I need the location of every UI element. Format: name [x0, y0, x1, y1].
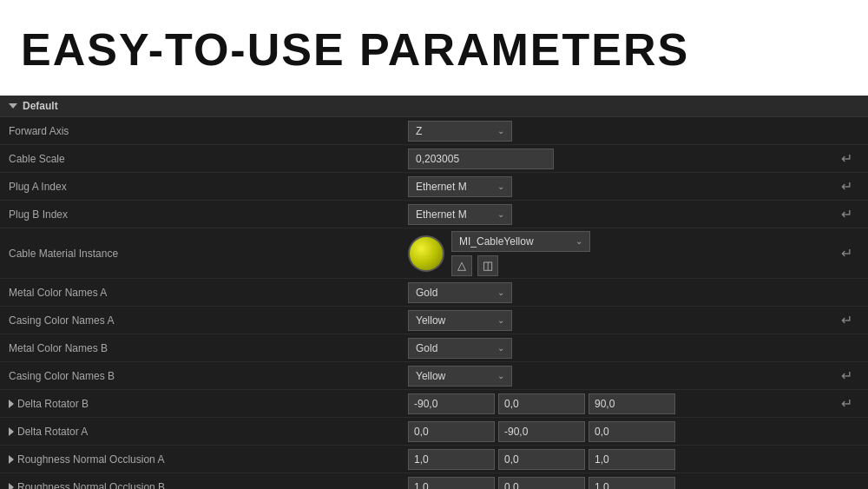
reset-btn-casing-color-names-b[interactable]: ↵	[834, 367, 859, 384]
dropdown-cable-material-instance[interactable]: MI_CableYellow ⌄	[451, 231, 590, 252]
prop-label-metal-color-names-a: Metal Color Names A	[9, 283, 408, 302]
dropdown-casing-color-names-b[interactable]: Yellow ⌄	[408, 366, 512, 387]
prop-row-roughness-normal-occlusion-a: Roughness Normal Occlusion A	[0, 446, 868, 473]
prop-row-delta-rotator-a: Delta Rotator A	[0, 418, 868, 446]
dropdown-arrow-cable-material-instance: ⌄	[575, 236, 582, 246]
prop-label-cable-material-instance: Cable Material Instance	[9, 244, 408, 263]
input-cable-scale[interactable]	[408, 149, 554, 169]
num-input-roughness-normal-occlusion-b-0[interactable]	[408, 477, 495, 490]
prop-row-delta-rotator-b: Delta Rotator B ↵	[0, 390, 868, 418]
expand-icon-roughness-normal-occlusion-a[interactable]	[9, 455, 14, 464]
dropdown-plug-a-index[interactable]: Ethernet M ⌄	[408, 176, 512, 197]
dropdown-casing-color-names-a[interactable]: Yellow ⌄	[408, 310, 512, 331]
num-input-delta-rotator-b-0[interactable]	[408, 393, 495, 414]
prop-row-forward-axis: Forward Axis Z ⌄	[0, 117, 868, 145]
prop-label-casing-color-names-b: Casing Color Names B	[9, 367, 408, 386]
material-ball-cable-material-instance	[408, 235, 444, 272]
dropdown-arrow-plug-b-index: ⌄	[497, 209, 504, 219]
num-input-roughness-normal-occlusion-b-1[interactable]	[498, 477, 585, 490]
section-header: Default	[0, 96, 868, 117]
reset-btn-cable-scale[interactable]: ↵	[834, 150, 859, 167]
dropdown-plug-b-index[interactable]: Ethernet M ⌄	[408, 204, 512, 225]
prop-row-casing-color-names-b: Casing Color Names B Yellow ⌄ ↵	[0, 362, 868, 390]
reset-btn-plug-b-index[interactable]: ↵	[834, 206, 859, 222]
dropdown-arrow-casing-color-names-a: ⌄	[497, 315, 504, 325]
dropdown-metal-color-names-a[interactable]: Gold ⌄	[408, 282, 512, 303]
triple-roughness-normal-occlusion-b	[408, 477, 675, 490]
dropdown-metal-color-names-b[interactable]: Gold ⌄	[408, 338, 512, 359]
dropdown-arrow-metal-color-names-a: ⌄	[497, 287, 504, 297]
dropdown-arrow-metal-color-names-b: ⌄	[497, 343, 504, 353]
num-input-roughness-normal-occlusion-a-0[interactable]	[408, 449, 495, 470]
triple-delta-rotator-b	[408, 393, 675, 414]
prop-row-metal-color-names-b: Metal Color Names B Gold ⌄	[0, 334, 868, 362]
prop-row-metal-color-names-a: Metal Color Names A Gold ⌄	[0, 279, 868, 307]
dropdown-forward-axis[interactable]: Z ⌄	[408, 121, 512, 142]
prop-label-delta-rotator-b: Delta Rotator B	[9, 394, 408, 413]
prop-label-plug-b-index: Plug B Index	[9, 205, 408, 224]
dropdown-value-plug-a-index: Ethernet M	[416, 181, 467, 193]
prop-label-roughness-normal-occlusion-b: Roughness Normal Occlusion B	[9, 478, 408, 490]
dropdown-arrow-forward-axis: ⌄	[497, 126, 504, 135]
triple-delta-rotator-a	[408, 421, 675, 442]
prop-label-plug-a-index: Plug A Index	[9, 177, 408, 196]
prop-row-cable-material-instance: Cable Material Instance MI_CableYellow ⌄…	[0, 228, 868, 279]
prop-row-plug-b-index: Plug B Index Ethernet M ⌄ ↵	[0, 201, 868, 228]
num-input-roughness-normal-occlusion-a-1[interactable]	[498, 449, 585, 470]
panel: Default Forward Axis Z ⌄ Cable Scale ↵Pl…	[0, 96, 868, 489]
prop-row-cable-scale: Cable Scale ↵	[0, 145, 868, 173]
num-input-delta-rotator-a-2[interactable]	[589, 421, 675, 442]
prop-label-metal-color-names-b: Metal Color Names B	[9, 339, 408, 358]
dropdown-value-cable-material-instance: MI_CableYellow	[459, 235, 534, 248]
expand-icon-delta-rotator-a[interactable]	[9, 427, 14, 436]
prop-row-plug-a-index: Plug A Index Ethernet M ⌄ ↵	[0, 173, 868, 201]
prop-row-casing-color-names-a: Casing Color Names A Yellow ⌄ ↵	[0, 307, 868, 334]
dropdown-value-plug-b-index: Ethernet M	[416, 208, 467, 221]
num-input-delta-rotator-a-0[interactable]	[408, 421, 495, 442]
dropdown-value-metal-color-names-a: Gold	[416, 287, 437, 299]
reset-btn-cable-material-instance[interactable]: ↵	[834, 245, 859, 261]
num-input-roughness-normal-occlusion-a-2[interactable]	[589, 449, 675, 470]
dropdown-arrow-plug-a-index: ⌄	[497, 182, 504, 191]
dropdown-value-casing-color-names-a: Yellow	[416, 314, 445, 327]
dropdown-value-casing-color-names-b: Yellow	[416, 370, 445, 382]
num-input-delta-rotator-a-1[interactable]	[498, 421, 585, 442]
prop-label-forward-axis: Forward Axis	[9, 122, 408, 141]
expand-icon-roughness-normal-occlusion-b[interactable]	[9, 483, 14, 490]
num-input-roughness-normal-occlusion-b-2[interactable]	[589, 477, 675, 490]
reset-btn-plug-a-index[interactable]: ↵	[834, 178, 859, 195]
prop-label-cable-scale: Cable Scale	[9, 149, 408, 169]
dropdown-value-metal-color-names-b: Gold	[416, 342, 437, 354]
dropdown-arrow-casing-color-names-b: ⌄	[497, 371, 504, 380]
page-title: EASY-TO-USE PARAMETERS	[21, 23, 689, 76]
expand-icon-delta-rotator-b[interactable]	[9, 400, 14, 408]
material-use-btn[interactable]: ◫	[477, 255, 498, 276]
num-input-delta-rotator-b-2[interactable]	[589, 393, 675, 414]
dropdown-value-forward-axis: Z	[416, 125, 422, 137]
collapse-icon[interactable]	[9, 103, 17, 109]
section-label: Default	[23, 100, 58, 112]
prop-row-roughness-normal-occlusion-b: Roughness Normal Occlusion B	[0, 473, 868, 489]
num-input-delta-rotator-b-1[interactable]	[498, 393, 585, 414]
prop-label-roughness-normal-occlusion-a: Roughness Normal Occlusion A	[9, 450, 408, 469]
triple-roughness-normal-occlusion-a	[408, 449, 675, 470]
reset-btn-casing-color-names-a[interactable]: ↵	[834, 312, 859, 328]
reset-btn-delta-rotator-b[interactable]: ↵	[834, 395, 859, 412]
material-browse-btn[interactable]: △	[451, 255, 472, 276]
prop-label-delta-rotator-a: Delta Rotator A	[9, 422, 408, 441]
header: EASY-TO-USE PARAMETERS	[0, 0, 868, 96]
prop-label-casing-color-names-a: Casing Color Names A	[9, 311, 408, 330]
